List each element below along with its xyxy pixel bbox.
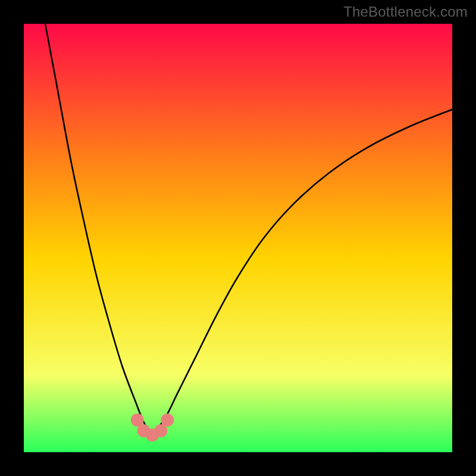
chart-container: TheBottleneck.com [0, 0, 476, 476]
trough-marker [161, 414, 174, 427]
attribution-text: TheBottleneck.com [343, 4, 468, 20]
bottleneck-curve-chart [24, 24, 452, 452]
